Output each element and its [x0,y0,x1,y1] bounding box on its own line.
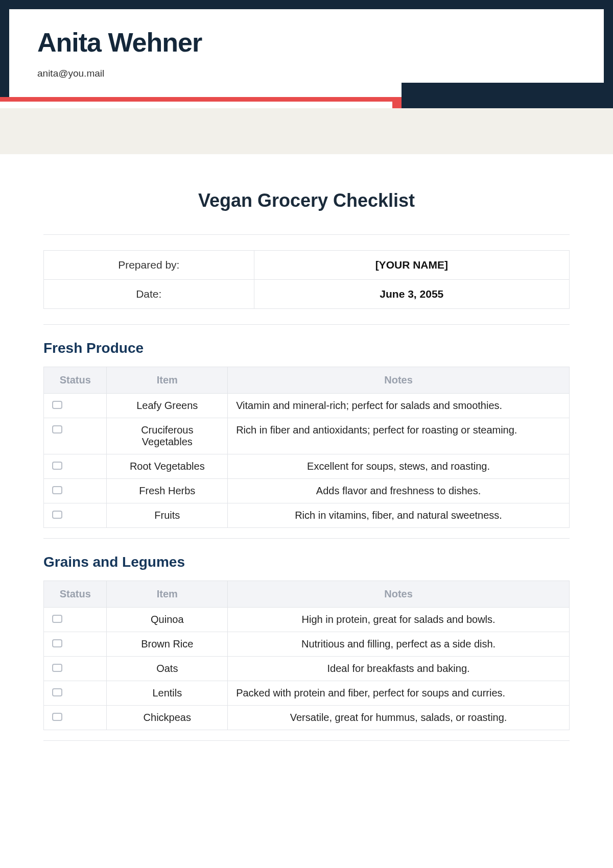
divider [43,234,570,235]
meta-table: Prepared by: [YOUR NAME] Date: June 3, 2… [43,250,570,309]
section-title: Grains and Legumes [43,554,570,570]
page: Anita Wehner anita@you.mail Vegan Grocer… [0,0,613,777]
column-header-status: Status [44,581,107,608]
person-name: Anita Wehner [37,27,576,58]
status-cell [44,657,107,681]
column-header-status: Status [44,367,107,394]
checklist-table: StatusItemNotesLeafy GreensVitamin and m… [43,367,570,528]
notes-cell: Vitamin and mineral-rich; perfect for sa… [228,394,570,418]
table-row: Root VegetablesExcellent for soups, stew… [44,454,570,479]
document-title: Vegan Grocery Checklist [43,190,570,211]
notes-cell: Adds flavor and freshness to dishes. [228,479,570,503]
table-row: Brown RiceNutritious and filling, perfec… [44,632,570,657]
item-cell: Chickpeas [107,706,228,730]
document-content: Vegan Grocery Checklist Prepared by: [YO… [0,154,613,777]
table-row: Cruciferous VegetablesRich in fiber and … [44,418,570,454]
table-row: OatsIdeal for breakfasts and baking. [44,657,570,681]
checkbox-icon[interactable] [52,486,62,494]
item-cell: Fruits [107,503,228,528]
checklist-table: StatusItemNotesQuinoaHigh in protein, gr… [43,581,570,730]
column-header-notes: Notes [228,367,570,394]
section-title: Fresh Produce [43,340,570,356]
status-cell [44,632,107,657]
notes-cell: Packed with protein and fiber, perfect f… [228,681,570,706]
status-cell [44,608,107,632]
beige-spacer [0,108,613,154]
checkbox-icon[interactable] [52,401,62,409]
status-cell [44,454,107,479]
item-cell: Fresh Herbs [107,479,228,503]
person-email: anita@you.mail [37,68,576,79]
status-cell [44,479,107,503]
divider [43,740,570,741]
meta-label-prepared-by: Prepared by: [44,251,254,280]
meta-label-date: Date: [44,280,254,309]
meta-value-date: June 3, 2055 [254,280,569,309]
accent-red-bar [0,97,392,102]
table-row: LentilsPacked with protein and fiber, pe… [44,681,570,706]
status-cell [44,394,107,418]
item-cell: Brown Rice [107,632,228,657]
notes-cell: Excellent for soups, stews, and roasting… [228,454,570,479]
accent-red-tab [392,97,402,108]
status-cell [44,503,107,528]
table-row: FruitsRich in vitamins, fiber, and natur… [44,503,570,528]
column-header-item: Item [107,581,228,608]
meta-row-date: Date: June 3, 2055 [44,280,570,309]
item-cell: Leafy Greens [107,394,228,418]
table-row: ChickpeasVersatile, great for hummus, sa… [44,706,570,730]
checkbox-icon[interactable] [52,511,62,519]
divider [43,324,570,325]
notes-cell: High in protein, great for salads and bo… [228,608,570,632]
status-cell [44,706,107,730]
notes-cell: Nutritious and filling, perfect as a sid… [228,632,570,657]
accent-bar [0,97,613,108]
divider [43,538,570,539]
sections-container: Fresh ProduceStatusItemNotesLeafy Greens… [43,340,570,741]
item-cell: Oats [107,657,228,681]
table-row: QuinoaHigh in protein, great for salads … [44,608,570,632]
column-header-item: Item [107,367,228,394]
item-cell: Root Vegetables [107,454,228,479]
checkbox-icon[interactable] [52,713,62,721]
item-cell: Quinoa [107,608,228,632]
checkbox-icon[interactable] [52,425,62,433]
checkbox-icon[interactable] [52,462,62,470]
notes-cell: Versatile, great for hummus, salads, or … [228,706,570,730]
checkbox-icon[interactable] [52,664,62,672]
status-cell [44,418,107,454]
checkbox-icon[interactable] [52,615,62,623]
notes-cell: Rich in fiber and antioxidants; perfect … [228,418,570,454]
notes-cell: Rich in vitamins, fiber, and natural swe… [228,503,570,528]
meta-row-prepared-by: Prepared by: [YOUR NAME] [44,251,570,280]
table-row: Leafy GreensVitamin and mineral-rich; pe… [44,394,570,418]
status-cell [44,681,107,706]
meta-value-prepared-by: [YOUR NAME] [254,251,569,280]
table-row: Fresh HerbsAdds flavor and freshness to … [44,479,570,503]
item-cell: Lentils [107,681,228,706]
checkbox-icon[interactable] [52,639,62,647]
accent-navy-block [402,83,613,108]
column-header-notes: Notes [228,581,570,608]
notes-cell: Ideal for breakfasts and baking. [228,657,570,681]
item-cell: Cruciferous Vegetables [107,418,228,454]
checkbox-icon[interactable] [52,688,62,696]
